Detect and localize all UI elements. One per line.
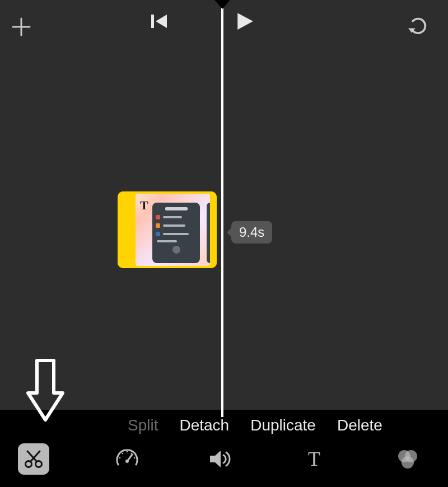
svg-marker-18	[210, 451, 221, 467]
thumbnail-ui-preview	[152, 203, 200, 263]
timeline[interactable]: T 9.4s	[0, 45, 448, 417]
svg-point-13	[119, 457, 121, 459]
svg-point-17	[134, 457, 136, 459]
play-button[interactable]	[235, 12, 254, 33]
svg-rect-2	[151, 15, 154, 28]
scissors-icon	[24, 449, 44, 469]
undo-button[interactable]	[408, 16, 431, 37]
filters-icon	[395, 448, 420, 470]
clip-thumbnail: T	[136, 194, 210, 266]
cut-tool[interactable]	[18, 443, 49, 475]
tool-bar: T	[0, 437, 448, 487]
clip-duration-value: 9.4s	[239, 224, 264, 240]
speedometer-icon	[115, 447, 139, 471]
svg-point-15	[127, 451, 128, 453]
playhead-marker	[212, 0, 233, 12]
title-overlay-badge: T	[140, 198, 148, 213]
text-tool[interactable]: T	[298, 443, 330, 475]
detach-action[interactable]: Detach	[179, 416, 229, 434]
skip-to-start-button[interactable]	[151, 13, 168, 31]
clip-trim-handle-left[interactable]	[118, 191, 136, 268]
speed-tool[interactable]	[111, 443, 143, 475]
svg-marker-3	[156, 15, 167, 28]
volume-tool[interactable]	[205, 443, 236, 475]
playhead-line[interactable]	[221, 0, 223, 417]
svg-marker-4	[237, 13, 253, 30]
filters-tool[interactable]	[392, 443, 423, 475]
tutorial-arrow-annotation	[26, 358, 65, 425]
plus-icon	[11, 17, 31, 37]
video-clip[interactable]: T	[118, 191, 217, 268]
play-icon	[235, 12, 254, 31]
text-icon: T	[303, 448, 325, 470]
delete-action[interactable]: Delete	[337, 416, 382, 434]
clip-duration-tooltip: 9.4s	[231, 221, 272, 244]
svg-text:T: T	[308, 448, 320, 470]
clip-trim-handle-right[interactable]	[210, 191, 217, 268]
clip-actions-bar: Split Detach Duplicate Delete	[0, 410, 448, 437]
undo-icon	[408, 16, 431, 35]
add-media-button[interactable]	[11, 17, 31, 39]
skip-back-icon	[151, 13, 168, 29]
split-action[interactable]: Split	[128, 416, 158, 434]
speaker-icon	[208, 448, 233, 470]
svg-point-22	[402, 456, 414, 469]
svg-marker-6	[212, 0, 233, 9]
svg-point-14	[122, 453, 124, 455]
svg-point-16	[131, 453, 133, 455]
svg-line-12	[127, 455, 132, 461]
duplicate-action[interactable]: Duplicate	[250, 416, 316, 434]
